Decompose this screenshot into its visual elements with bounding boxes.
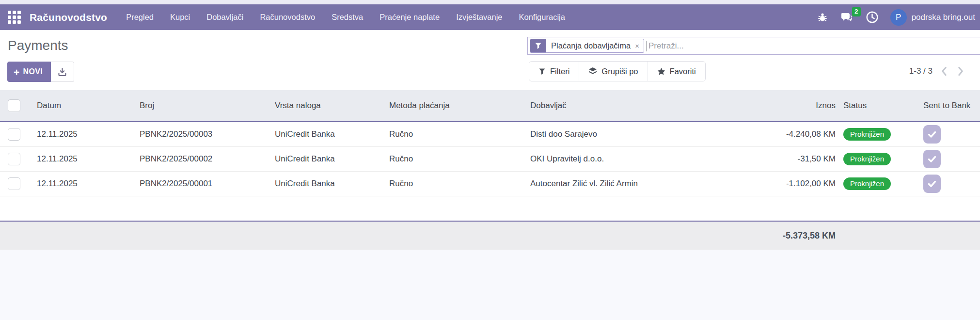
plus-icon: + (14, 67, 20, 77)
filters-button[interactable]: Filteri (529, 62, 579, 81)
pager-next-icon[interactable] (956, 65, 965, 77)
filters-label: Filteri (550, 67, 569, 76)
download-icon (58, 67, 67, 77)
activities-clock-icon[interactable] (866, 11, 879, 24)
sent-to-bank-checkbox[interactable] (923, 125, 941, 144)
row-checkbox[interactable] (8, 153, 20, 165)
menu-pracenje-naplate[interactable]: Praćenje naplate (371, 5, 448, 29)
cell-sent-to-bank (916, 175, 980, 193)
column-header-datum[interactable]: Datum (29, 101, 132, 111)
menu-dobavljaci[interactable]: Dobavljači (198, 5, 252, 29)
menu-pregled[interactable]: Pregled (118, 5, 162, 29)
cell-status: Proknjižen (836, 153, 916, 166)
cell-sent-to-bank (916, 125, 980, 144)
main-navbar: Računovodstvo Pregled Kupci Dobavljači R… (0, 4, 980, 30)
page-background (0, 250, 980, 320)
search-facet-label: Plaćanja dobavljačima (546, 39, 634, 52)
debug-bug-icon[interactable] (817, 12, 828, 23)
cell-datum: 12.11.2025 (29, 154, 132, 164)
column-header-dobavljac[interactable]: Dobavljač (522, 101, 756, 111)
table-row[interactable]: 12.11.2025 PBNK2/2025/00001 UniCredit Ba… (0, 172, 980, 196)
cell-vrsta-naloga: UniCredit Banka (267, 129, 381, 139)
empty-list-space (0, 196, 980, 221)
total-iznos: -5.373,58 KM (756, 231, 836, 241)
cell-datum: 12.11.2025 (29, 179, 132, 189)
cell-metoda-placanja: Ručno (381, 154, 522, 164)
cell-broj: PBNK2/2025/00003 (132, 129, 267, 139)
odoo-payments-screen: Računovodstvo Pregled Kupci Dobavljači R… (0, 0, 980, 320)
apps-menu-icon[interactable] (8, 11, 21, 24)
pager-previous-icon[interactable] (939, 65, 949, 77)
cell-status: Proknjižen (836, 177, 916, 191)
pager-range: 1-3 / 3 (909, 66, 933, 76)
table-row[interactable]: 12.11.2025 PBNK2/2025/00002 UniCredit Ba… (0, 147, 980, 172)
navbar-right: 2 P podrska bring.out (817, 9, 975, 26)
search-bar[interactable]: Plaćanja dobavljačima × Pretraži... (527, 37, 980, 55)
row-select-cell (0, 177, 29, 190)
cell-sent-to-bank (916, 150, 980, 168)
table-header: Datum Broj Vrsta naloga Metoda plaćanja … (0, 90, 980, 122)
table-footer: -5.373,58 KM (0, 221, 980, 250)
cell-metoda-placanja: Ručno (381, 129, 522, 139)
sent-to-bank-checkbox[interactable] (923, 150, 941, 168)
cell-dobavljac: OKI Upravitelj d.o.o. (522, 154, 756, 164)
favorites-label: Favoriti (670, 67, 696, 76)
row-select-cell (0, 128, 29, 141)
menu-kupci[interactable]: Kupci (162, 5, 198, 29)
text-cursor (647, 41, 647, 51)
search-options-row: Filteri Grupiši po Favoriti (529, 61, 980, 81)
select-all-checkbox[interactable] (8, 99, 20, 112)
table-row[interactable]: 12.11.2025 PBNK2/2025/00003 UniCredit Ba… (0, 122, 980, 147)
column-header-metoda-placanja[interactable]: Metoda plaćanja (381, 101, 522, 111)
cell-dobavljac: Autocentar Zilić vl. Zilić Armin (522, 179, 756, 189)
main-menu: Pregled Kupci Dobavljači Računovodstvo S… (118, 5, 573, 29)
cell-vrsta-naloga: UniCredit Banka (267, 179, 381, 189)
row-checkbox[interactable] (8, 128, 20, 141)
column-header-iznos[interactable]: Iznos (756, 101, 836, 111)
sent-to-bank-checkbox[interactable] (923, 175, 941, 193)
cell-broj: PBNK2/2025/00002 (132, 154, 267, 164)
row-checkbox[interactable] (8, 177, 20, 190)
search-facet: Plaćanja dobavljačima × (530, 39, 644, 53)
facet-remove-icon[interactable]: × (634, 39, 644, 52)
messages-icon[interactable]: 2 (840, 11, 854, 23)
column-header-sent-to-bank[interactable]: Sent to Bank (916, 101, 980, 111)
cell-dobavljac: Disti doo Sarajevo (522, 129, 756, 139)
column-header-broj[interactable]: Broj (132, 101, 267, 111)
row-select-cell (0, 153, 29, 165)
layers-icon (588, 67, 597, 76)
menu-racunovodstvo[interactable]: Računovodstvo (252, 5, 323, 29)
new-button[interactable]: + NOVI (7, 62, 51, 82)
menu-konfiguracija[interactable]: Konfiguracija (511, 5, 573, 29)
star-icon (657, 67, 665, 76)
cell-broj: PBNK2/2025/00001 (132, 179, 267, 189)
cell-vrsta-naloga: UniCredit Banka (267, 154, 381, 164)
pager: 1-3 / 3 (909, 65, 980, 77)
check-icon (927, 179, 937, 189)
group-by-button[interactable]: Grupiši po (579, 62, 647, 81)
create-export-buttons: + NOVI (7, 62, 74, 82)
messages-count-badge: 2 (852, 7, 861, 16)
export-button[interactable] (51, 62, 74, 82)
cell-status: Proknjižen (836, 128, 916, 141)
column-header-status[interactable]: Status (836, 101, 916, 111)
check-icon (927, 154, 937, 164)
user-avatar: P (890, 9, 907, 26)
column-header-vrsta-naloga[interactable]: Vrsta naloga (267, 101, 381, 111)
app-brand[interactable]: Računovodstvo (30, 12, 107, 23)
menu-sredstva[interactable]: Sredstva (323, 5, 371, 29)
control-panel: Payments + NOVI Plać (0, 30, 980, 90)
group-by-label: Grupiši po (601, 67, 638, 76)
menu-izvjestavanje[interactable]: Izvještavanje (448, 5, 510, 29)
user-menu[interactable]: P podrska bring.out (890, 9, 975, 26)
search-input[interactable]: Pretraži... (648, 41, 977, 51)
check-icon (927, 129, 937, 139)
search-options-group: Filteri Grupiši po Favoriti (529, 61, 706, 81)
status-badge: Proknjižen (843, 177, 891, 191)
cell-metoda-placanja: Ručno (381, 179, 522, 189)
favorites-button[interactable]: Favoriti (648, 62, 705, 81)
filter-facet-icon (530, 39, 546, 52)
cell-iznos: -1.102,00 KM (756, 179, 836, 189)
header-select-cell (0, 99, 29, 112)
cell-iznos: -4.240,08 KM (756, 129, 836, 139)
